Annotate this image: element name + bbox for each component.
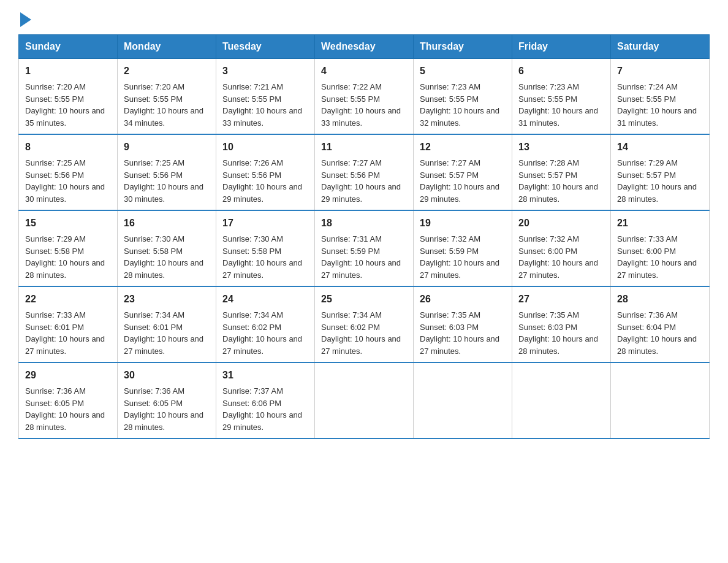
day-daylight: Daylight: 10 hours and 27 minutes. xyxy=(222,334,302,356)
day-header-saturday: Saturday xyxy=(611,35,710,59)
calendar-cell: 21 Sunrise: 7:33 AM Sunset: 6:00 PM Dayl… xyxy=(611,210,710,286)
day-number: 4 xyxy=(321,64,407,79)
day-number: 30 xyxy=(124,368,210,383)
day-number: 11 xyxy=(321,140,407,155)
calendar-cell: 27 Sunrise: 7:35 AM Sunset: 6:03 PM Dayl… xyxy=(512,286,611,362)
day-number: 25 xyxy=(321,292,407,307)
day-number: 12 xyxy=(420,140,506,155)
day-number: 29 xyxy=(25,368,111,383)
calendar-cell: 23 Sunrise: 7:34 AM Sunset: 6:01 PM Dayl… xyxy=(118,286,216,362)
calendar-week-row: 29 Sunrise: 7:36 AM Sunset: 6:05 PM Dayl… xyxy=(19,362,710,439)
day-number: 27 xyxy=(518,292,604,307)
day-daylight: Daylight: 10 hours and 28 minutes. xyxy=(617,182,697,204)
calendar-cell: 15 Sunrise: 7:29 AM Sunset: 5:58 PM Dayl… xyxy=(19,210,118,286)
day-sunset: Sunset: 5:57 PM xyxy=(420,170,479,180)
logo xyxy=(18,12,31,23)
day-daylight: Daylight: 10 hours and 28 minutes. xyxy=(25,410,105,432)
day-sunset: Sunset: 5:55 PM xyxy=(222,94,281,104)
day-daylight: Daylight: 10 hours and 29 minutes. xyxy=(222,410,302,432)
day-sunset: Sunset: 5:55 PM xyxy=(321,94,380,104)
logo-chevron-icon xyxy=(20,12,31,27)
day-header-tuesday: Tuesday xyxy=(216,35,315,59)
calendar-cell: 31 Sunrise: 7:37 AM Sunset: 6:06 PM Dayl… xyxy=(216,362,315,439)
day-sunrise: Sunrise: 7:36 AM xyxy=(25,386,86,396)
calendar-cell xyxy=(315,362,414,439)
day-sunset: Sunset: 5:57 PM xyxy=(518,170,577,180)
day-sunrise: Sunrise: 7:25 AM xyxy=(124,158,184,167)
day-sunrise: Sunrise: 7:34 AM xyxy=(222,310,283,320)
calendar-cell xyxy=(512,362,611,439)
day-number: 20 xyxy=(518,216,604,231)
day-sunset: Sunset: 6:00 PM xyxy=(617,247,676,256)
day-header-wednesday: Wednesday xyxy=(315,35,414,59)
day-sunrise: Sunrise: 7:34 AM xyxy=(124,310,184,320)
day-daylight: Daylight: 10 hours and 27 minutes. xyxy=(222,258,302,280)
calendar-header-row: SundayMondayTuesdayWednesdayThursdayFrid… xyxy=(19,35,710,59)
day-header-thursday: Thursday xyxy=(414,35,512,59)
day-number: 9 xyxy=(124,140,210,155)
day-header-monday: Monday xyxy=(118,35,216,59)
day-sunrise: Sunrise: 7:28 AM xyxy=(518,158,579,167)
day-sunset: Sunset: 5:56 PM xyxy=(222,170,281,180)
day-daylight: Daylight: 10 hours and 27 minutes. xyxy=(420,334,499,356)
calendar-cell: 13 Sunrise: 7:28 AM Sunset: 5:57 PM Dayl… xyxy=(512,134,611,210)
day-sunrise: Sunrise: 7:37 AM xyxy=(222,386,283,396)
day-sunset: Sunset: 5:56 PM xyxy=(321,170,380,180)
calendar-cell: 2 Sunrise: 7:20 AM Sunset: 5:55 PM Dayli… xyxy=(118,59,216,135)
calendar-cell: 6 Sunrise: 7:23 AM Sunset: 5:55 PM Dayli… xyxy=(512,59,611,135)
day-sunrise: Sunrise: 7:23 AM xyxy=(518,82,579,91)
calendar-cell xyxy=(414,362,512,439)
day-number: 7 xyxy=(617,64,703,79)
day-daylight: Daylight: 10 hours and 29 minutes. xyxy=(321,182,401,204)
calendar-week-row: 1 Sunrise: 7:20 AM Sunset: 5:55 PM Dayli… xyxy=(19,59,710,135)
day-sunrise: Sunrise: 7:35 AM xyxy=(420,310,480,320)
day-daylight: Daylight: 10 hours and 28 minutes. xyxy=(518,334,598,356)
calendar-cell: 3 Sunrise: 7:21 AM Sunset: 5:55 PM Dayli… xyxy=(216,59,315,135)
day-sunset: Sunset: 5:55 PM xyxy=(124,94,183,104)
day-sunset: Sunset: 5:57 PM xyxy=(617,170,676,180)
calendar-cell: 19 Sunrise: 7:32 AM Sunset: 5:59 PM Dayl… xyxy=(414,210,512,286)
day-sunrise: Sunrise: 7:27 AM xyxy=(321,158,382,167)
calendar-week-row: 22 Sunrise: 7:33 AM Sunset: 6:01 PM Dayl… xyxy=(19,286,710,362)
day-sunrise: Sunrise: 7:24 AM xyxy=(617,82,678,91)
day-header-friday: Friday xyxy=(512,35,611,59)
day-daylight: Daylight: 10 hours and 33 minutes. xyxy=(222,106,302,128)
day-sunset: Sunset: 5:59 PM xyxy=(321,247,380,256)
calendar-cell: 29 Sunrise: 7:36 AM Sunset: 6:05 PM Dayl… xyxy=(19,362,118,439)
calendar-cell: 22 Sunrise: 7:33 AM Sunset: 6:01 PM Dayl… xyxy=(19,286,118,362)
day-daylight: Daylight: 10 hours and 30 minutes. xyxy=(124,182,203,204)
day-daylight: Daylight: 10 hours and 27 minutes. xyxy=(124,334,203,356)
calendar-table: SundayMondayTuesdayWednesdayThursdayFrid… xyxy=(18,34,710,439)
day-daylight: Daylight: 10 hours and 27 minutes. xyxy=(420,258,499,280)
day-sunset: Sunset: 6:03 PM xyxy=(420,323,479,332)
day-sunrise: Sunrise: 7:25 AM xyxy=(25,158,86,167)
day-number: 23 xyxy=(124,292,210,307)
calendar-cell xyxy=(611,362,710,439)
day-sunrise: Sunrise: 7:31 AM xyxy=(321,234,382,243)
day-daylight: Daylight: 10 hours and 29 minutes. xyxy=(420,182,499,204)
calendar-cell: 1 Sunrise: 7:20 AM Sunset: 5:55 PM Dayli… xyxy=(19,59,118,135)
day-sunset: Sunset: 6:03 PM xyxy=(518,323,577,332)
day-sunset: Sunset: 6:01 PM xyxy=(124,323,183,332)
day-sunrise: Sunrise: 7:27 AM xyxy=(420,158,480,167)
day-daylight: Daylight: 10 hours and 28 minutes. xyxy=(617,334,697,356)
day-sunset: Sunset: 5:56 PM xyxy=(25,170,84,180)
day-number: 10 xyxy=(222,140,308,155)
day-sunset: Sunset: 5:55 PM xyxy=(518,94,577,104)
day-sunrise: Sunrise: 7:30 AM xyxy=(222,234,283,243)
day-sunset: Sunset: 6:01 PM xyxy=(25,323,84,332)
day-sunset: Sunset: 6:05 PM xyxy=(25,399,84,408)
day-sunset: Sunset: 5:58 PM xyxy=(124,247,183,256)
day-daylight: Daylight: 10 hours and 32 minutes. xyxy=(420,106,499,128)
day-daylight: Daylight: 10 hours and 35 minutes. xyxy=(25,106,105,128)
calendar-cell: 14 Sunrise: 7:29 AM Sunset: 5:57 PM Dayl… xyxy=(611,134,710,210)
calendar-cell: 4 Sunrise: 7:22 AM Sunset: 5:55 PM Dayli… xyxy=(315,59,414,135)
calendar-cell: 30 Sunrise: 7:36 AM Sunset: 6:05 PM Dayl… xyxy=(118,362,216,439)
day-daylight: Daylight: 10 hours and 30 minutes. xyxy=(25,182,105,204)
day-daylight: Daylight: 10 hours and 33 minutes. xyxy=(321,106,401,128)
calendar-cell: 20 Sunrise: 7:32 AM Sunset: 6:00 PM Dayl… xyxy=(512,210,611,286)
day-daylight: Daylight: 10 hours and 31 minutes. xyxy=(617,106,697,128)
day-daylight: Daylight: 10 hours and 28 minutes. xyxy=(518,182,598,204)
day-daylight: Daylight: 10 hours and 27 minutes. xyxy=(25,334,105,356)
day-sunset: Sunset: 5:55 PM xyxy=(25,94,84,104)
